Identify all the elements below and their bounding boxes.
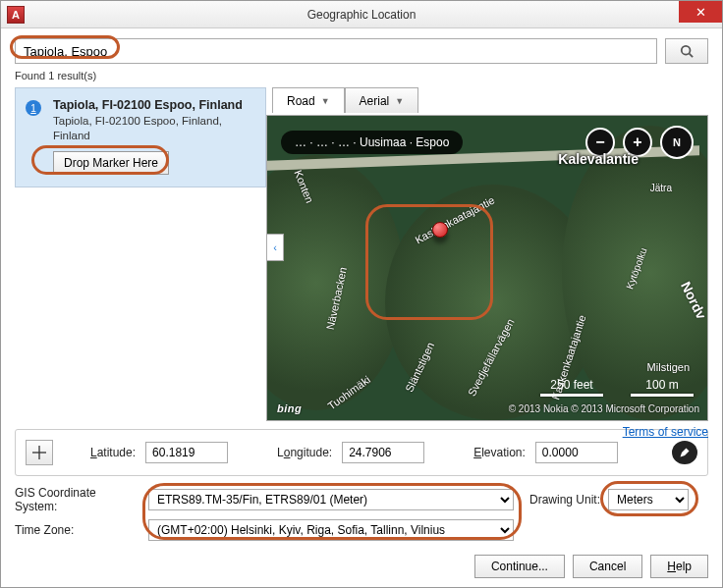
svg-line-1 — [690, 54, 694, 58]
chevron-down-icon: ▼ — [395, 96, 404, 106]
latitude-input[interactable] — [145, 442, 228, 463]
latitude-label: Latitude: — [90, 446, 136, 459]
longitude-label: Longitude: — [277, 446, 332, 459]
terms-of-service-link-row: Terms of service — [266, 425, 708, 439]
results-panel: 1 Tapiola, FI-02100 Espoo, Finland Tapio… — [15, 87, 266, 421]
map-marker[interactable] — [432, 222, 448, 238]
street-label: Jätra — [650, 183, 672, 193]
compass-control[interactable]: N — [660, 126, 694, 159]
continue-button[interactable]: Continue... — [474, 555, 565, 578]
map-scalebar: 250 feet 100 m — [540, 378, 694, 397]
annotation — [10, 35, 120, 59]
map-breadcrumb[interactable]: … · … · … · Uusimaa · Espoo — [281, 131, 463, 154]
cancel-button[interactable]: Cancel — [573, 555, 642, 578]
drawing-unit-label: Drawing Unit: — [529, 493, 600, 507]
tab-road-label: Road — [287, 94, 315, 108]
crosshair-icon — [32, 446, 46, 459]
gis-cs-label: GIS Coordinate System: — [15, 486, 140, 513]
street-label: Milstigen — [647, 361, 690, 373]
map-provider-logo: bing — [277, 402, 302, 414]
result-subtitle: Tapiola, FI-02100 Espoo, Finland, Finlan… — [53, 114, 253, 143]
tab-road[interactable]: Road▼ — [272, 87, 345, 113]
app-icon: A — [7, 6, 25, 24]
scale-feet: 250 feet — [550, 378, 592, 392]
collapse-panel-button[interactable]: ‹ — [266, 234, 284, 261]
time-zone-label: Time Zone: — [15, 523, 140, 537]
search-result[interactable]: 1 Tapiola, FI-02100 Espoo, Finland Tapio… — [15, 87, 266, 187]
tab-aerial[interactable]: Aerial▼ — [345, 87, 419, 113]
edit-button[interactable] — [672, 441, 697, 464]
annotation — [31, 145, 169, 175]
svg-point-0 — [682, 46, 691, 55]
chevron-down-icon: ▼ — [321, 96, 330, 106]
window-title: Geographic Location — [1, 8, 722, 22]
result-badge: 1 — [26, 100, 41, 116]
longitude-input[interactable] — [342, 442, 424, 463]
annotation — [142, 483, 522, 540]
results-count: Found 1 result(s) — [15, 70, 708, 81]
result-title: Tapiola, FI-02100 Espoo, Finland — [53, 98, 253, 112]
pick-point-button[interactable] — [26, 440, 53, 465]
tab-aerial-label: Aerial — [360, 94, 390, 108]
road-label-main: Kalevalantie — [558, 151, 639, 167]
titlebar: A Geographic Location ✕ — [1, 1, 722, 28]
search-button[interactable] — [665, 38, 708, 64]
annotation — [365, 204, 493, 320]
elevation-input[interactable] — [535, 442, 618, 463]
annotation — [600, 481, 698, 516]
map-view[interactable]: … · … · … · Uusimaa · Espoo − + N ‹ Kale… — [266, 115, 708, 421]
search-icon — [680, 44, 694, 58]
close-button[interactable]: ✕ — [679, 1, 722, 23]
help-button[interactable]: Help — [650, 555, 708, 578]
scale-meters: 100 m — [645, 378, 678, 392]
pencil-icon — [679, 447, 691, 458]
elevation-label: Elevation: — [473, 446, 526, 459]
terms-of-service-link[interactable]: Terms of service — [623, 425, 708, 439]
map-attribution: © 2013 Nokia © 2013 Microsoft Corporatio… — [509, 403, 699, 414]
